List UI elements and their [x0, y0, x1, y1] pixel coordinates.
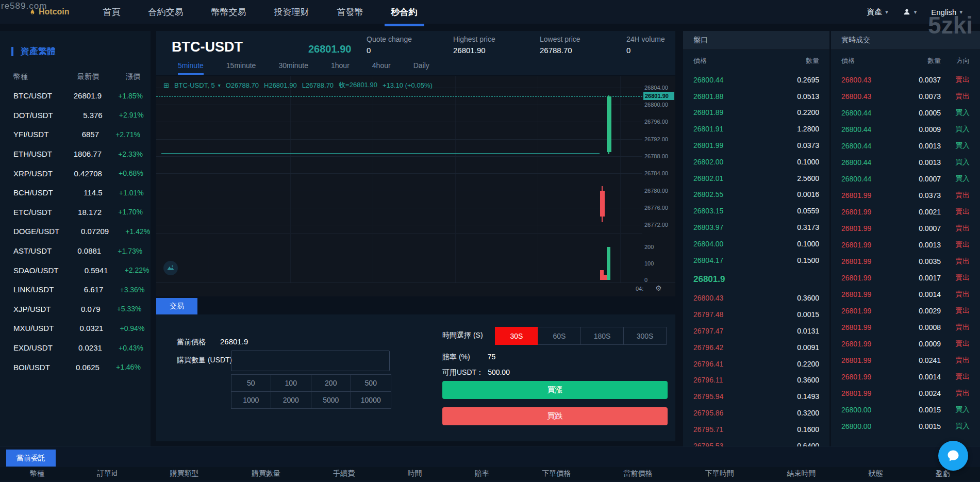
bid-row[interactable]: 26800.43 0.3600	[683, 290, 829, 307]
bid-row[interactable]: 26795.86 0.3200	[683, 405, 829, 421]
market-list-item[interactable]: BCH/USDT 114.5 +1.01%	[0, 183, 151, 203]
last-price: 0.0625	[50, 363, 99, 372]
market-list-item[interactable]: XRP/USDT 0.42708 +0.68%	[0, 163, 151, 183]
market-list-item[interactable]: XJP/USDT 0.079 +5.33%	[0, 300, 151, 319]
ask-row[interactable]: 26800.44 0.2695	[683, 72, 829, 88]
market-list-item[interactable]: YFI/USDT 6857 +2.71%	[0, 125, 151, 144]
quick-amount-button[interactable]: 200	[311, 374, 352, 392]
bid-row[interactable]: 26796.41 0.2200	[683, 356, 829, 372]
price-axis-label: 26796.00	[644, 119, 674, 125]
market-list-item[interactable]: BOI/USDT 0.0625 +1.46%	[0, 357, 151, 377]
market-list-item[interactable]: ETH/USDT 1806.77 +2.33%	[0, 144, 151, 164]
duration-button[interactable]: 180S	[580, 327, 624, 345]
available-row: 可用USDT：500.00	[442, 368, 510, 377]
current-price-row: 當前價格26801.9	[177, 337, 248, 347]
bid-row[interactable]: 26796.11 0.3600	[683, 372, 829, 389]
open-orders-column: 賠率	[475, 469, 489, 478]
timeframe-tab[interactable]: 1hour	[331, 61, 350, 75]
quick-amount-button[interactable]: 50	[231, 374, 272, 392]
quick-amount-button[interactable]: 10000	[351, 391, 391, 409]
timeframe-tab[interactable]: 5minute	[178, 61, 204, 75]
nav-item[interactable]: 合約交易	[135, 0, 197, 24]
bid-row[interactable]: 26795.94 0.1493	[683, 388, 829, 405]
ask-row[interactable]: 26801.88 0.0513	[683, 88, 829, 105]
ask-row[interactable]: 26803.97 0.3173	[683, 219, 829, 236]
ohlc-open: O26788.70	[226, 81, 259, 89]
quick-amount-button[interactable]: 500	[351, 374, 391, 392]
amount-input[interactable]	[231, 351, 390, 371]
trading-app: re589.com 5zki Hotcoin 首頁合約交易幣幣交易投资理财首發幣…	[0, 0, 980, 482]
market-list-item[interactable]: DOT/USDT 5.376 +2.91%	[0, 106, 151, 125]
gear-icon[interactable]: ⚙	[655, 284, 662, 292]
ask-row[interactable]: 26803.15 0.0559	[683, 203, 829, 219]
ask-row[interactable]: 26801.89 0.2200	[683, 105, 829, 121]
chart-symbol-selector[interactable]: BTC-USDT, 5 ▾	[174, 81, 221, 89]
tab-open-orders[interactable]: 當前委託	[6, 450, 56, 467]
bid-row[interactable]: 26797.48 0.0015	[683, 306, 829, 323]
tab-trade[interactable]: 交易	[156, 298, 197, 314]
ask-row[interactable]: 26802.01 2.5600	[683, 170, 829, 187]
timeframe-tab[interactable]: 15minute	[226, 61, 256, 75]
timeframe-tab[interactable]: 30minute	[278, 61, 308, 75]
duration-button[interactable]: 300S	[623, 327, 667, 345]
quick-amount-button[interactable]: 100	[271, 374, 311, 392]
nav-item[interactable]: 投资理财	[260, 0, 323, 24]
market-list-item[interactable]: ETC/USDT 18.172 +1.70%	[0, 203, 151, 222]
pair-title: BTC-USDT	[172, 39, 243, 55]
bid-row[interactable]: 26795.71 0.1600	[683, 421, 829, 438]
assets-menu[interactable]: 資產 ▾	[867, 7, 888, 17]
ask-row[interactable]: 26801.91 1.2800	[683, 121, 829, 137]
quick-amount-button[interactable]: 1000	[231, 391, 272, 409]
ask-row[interactable]: 26801.99 0.0373	[683, 137, 829, 154]
duration-button[interactable]: 60S	[538, 327, 581, 345]
volume-axis-label: 100	[644, 260, 674, 267]
market-list-item[interactable]: SDAO/USDT 0.5941 +2.22%	[0, 260, 151, 280]
ask-row[interactable]: 26804.00 0.1000	[683, 236, 829, 252]
ask-row[interactable]: 26802.00 0.1000	[683, 154, 829, 170]
nav-item[interactable]: 幣幣交易	[197, 0, 260, 24]
quick-amount-button[interactable]: 5000	[311, 391, 352, 409]
trade-row: 26800.44 0.0007 買入	[831, 171, 980, 187]
market-list-item[interactable]: MXU/USDT 0.0321 +0.94%	[0, 319, 151, 338]
change-percent: +1.73%	[101, 247, 142, 255]
bid-row[interactable]: 26796.42 0.0091	[683, 339, 829, 356]
price-axis-label: 26788.00	[644, 153, 674, 159]
last-price: 26801.9	[52, 91, 102, 100]
timeframe-tab[interactable]: Daily	[413, 61, 429, 75]
market-list-item[interactable]: DOGE/USDT 0.07209 +1.42%	[0, 222, 151, 241]
market-list-item[interactable]: BTC/USDT 26801.9 +1.85%	[0, 86, 151, 106]
last-price: 0.0231	[53, 343, 102, 352]
order-book-title: 盤口	[683, 31, 829, 50]
bid-row[interactable]: 26795.53 0.6400	[683, 438, 829, 446]
duration-label: 時間選擇 (S)	[442, 331, 483, 340]
ask-row[interactable]: 26802.55 0.0016	[683, 187, 829, 203]
quick-amount-button[interactable]: 2000	[271, 391, 311, 409]
buy-up-button[interactable]: 買漲	[442, 381, 668, 399]
user-menu[interactable]: ▾	[903, 8, 917, 16]
change-percent: +1.70%	[102, 208, 143, 216]
market-list-item[interactable]: LINK/USDT 6.617 +3.36%	[0, 280, 151, 300]
last-price: 6.617	[54, 285, 103, 294]
title-accent-bar	[11, 47, 13, 56]
market-list-item[interactable]: EXD/USDT 0.0231 +0.43%	[0, 338, 151, 358]
price-axis-label: 26784.00	[644, 170, 674, 176]
duration-button[interactable]: 30S	[495, 327, 538, 345]
market-stat: Quote change 0	[367, 35, 453, 55]
market-list-item[interactable]: AST/USDT 0.0881 +1.73%	[0, 241, 151, 261]
chat-bubble-button[interactable]	[938, 441, 968, 471]
chevron-down-icon: ▾	[885, 9, 888, 15]
nav-item[interactable]: 首頁	[89, 0, 135, 24]
trade-row: 26800.44 0.0013 買入	[831, 138, 980, 154]
nav-item[interactable]: 秒合約	[377, 0, 431, 24]
ask-row[interactable]: 26804.17 0.1500	[683, 252, 829, 269]
candlestick-chart[interactable]: ⊞ BTC-USDT, 5 ▾ O26788.70 H26801.90 L267…	[156, 76, 675, 296]
trade-row: 26800.44 0.0013 買入	[831, 154, 980, 171]
nav-item[interactable]: 首發幣	[323, 0, 377, 24]
buy-down-button[interactable]: 買跌	[442, 407, 668, 425]
trade-panel: 當前價格26801.9 購買數量 (USDT) 5010020050010002…	[156, 314, 675, 441]
bid-row[interactable]: 26797.47 0.0131	[683, 323, 829, 339]
order-book-current-price: 26801.9	[683, 269, 829, 290]
watermark-top-left: re589.com	[1, 1, 47, 11]
timeframe-tab[interactable]: 4hour	[372, 61, 391, 75]
open-orders-column: 時間	[408, 469, 422, 478]
